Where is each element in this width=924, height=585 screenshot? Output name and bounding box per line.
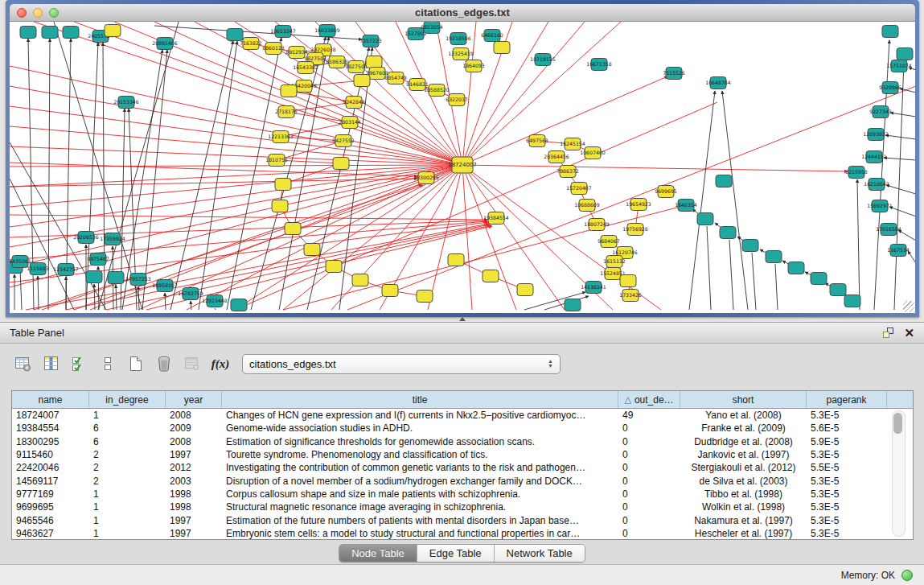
table-cell[interactable]: Structural magnetic resonance image aver… (222, 501, 618, 513)
graph-node[interactable] (227, 29, 243, 41)
table-cell[interactable]: 9463627 (12, 528, 89, 539)
table-row[interactable]: 946554611997Estimation of the future num… (12, 513, 913, 526)
graph-edge[interactable] (752, 253, 756, 310)
graph-node[interactable]: 9242848 (343, 97, 365, 109)
column-header-title[interactable]: title (222, 391, 618, 408)
network-canvas[interactable]: 2405572420891406106532471603380973572231… (10, 22, 915, 313)
graph-node[interactable]: 1733426 (619, 290, 642, 302)
select-functions-icon[interactable] (69, 353, 90, 374)
close-panel-icon[interactable]: ✕ (904, 327, 914, 339)
close-window-button[interactable] (17, 8, 27, 18)
table-cell[interactable]: 0 (618, 462, 680, 473)
table-cell[interactable]: 2 (89, 462, 166, 473)
graph-node[interactable]: 19654923 (626, 199, 651, 211)
table-cell[interactable]: 49 (618, 410, 680, 421)
table-cell[interactable]: 1998 (166, 501, 222, 513)
table-cell[interactable]: 22420046 (12, 462, 89, 473)
table-cell[interactable]: Jankovic et al. (1997) (680, 449, 807, 460)
graph-node[interactable] (517, 284, 533, 296)
graph-edge[interactable] (894, 62, 904, 310)
graph-node[interactable]: 18724007 (448, 157, 477, 173)
graph-node[interactable]: 10719135 (530, 54, 556, 66)
scrollbar-thumb[interactable] (893, 413, 902, 434)
table-cell[interactable]: 1998 (166, 488, 222, 500)
table-cell[interactable]: 6 (89, 436, 166, 447)
graph-node[interactable]: 9975487 (87, 253, 109, 266)
table-cell[interactable]: Changes of HCN gene expression and I(f) … (222, 410, 618, 421)
graph-edge[interactable] (884, 158, 915, 160)
table-row[interactable]: 1456911722003Disruption of a novel membe… (12, 474, 913, 487)
graph-node[interactable] (897, 48, 913, 60)
table-cell[interactable]: Embryonic stem cells: a model to study s… (222, 528, 618, 539)
graph-node[interactable] (352, 274, 368, 286)
graph-edge[interactable] (20, 269, 22, 310)
table-cell[interactable]: Dudbridge et al. (2008) (680, 436, 807, 447)
graph-node[interactable]: 1810755 (265, 154, 288, 167)
graph-node[interactable]: 15692971 (867, 200, 893, 212)
table-cell[interactable]: de Silva et al. (2003) (680, 476, 807, 487)
table-cell[interactable]: 19384554 (12, 422, 89, 434)
column-header-year[interactable]: year (166, 391, 222, 408)
table-cell[interactable]: 5.6E-5 (807, 422, 887, 434)
table-cell[interactable]: Tourette syndrome. Phenomenology and cla… (222, 449, 618, 460)
graph-node[interactable] (494, 42, 510, 54)
graph-edge[interactable] (857, 179, 860, 310)
graph-edge[interactable] (707, 226, 711, 310)
table-cell[interactable]: Investigating the contribution of common… (222, 462, 618, 473)
table-cell[interactable]: Nakamura et al. (1997) (680, 515, 807, 526)
graph-node[interactable]: 16210643 (864, 179, 889, 191)
window-titlebar[interactable]: citations_edges.txt (10, 4, 915, 22)
graph-node[interactable] (42, 27, 58, 39)
graph-node[interactable]: 7986372 (556, 166, 579, 178)
graph-node[interactable]: 9329966 (879, 82, 901, 94)
graph-node[interactable] (483, 270, 499, 282)
graph-node[interactable]: 10688609 (574, 200, 600, 212)
graph-node[interactable]: 16648784 (705, 77, 731, 89)
table-cell[interactable]: 5.5E-5 (807, 462, 887, 473)
table-cell[interactable]: 0 (618, 422, 680, 434)
table-row[interactable]: 1938455462009Genome-wide association stu… (12, 422, 913, 435)
graph-node[interactable]: 7515526 (663, 68, 685, 80)
table-cell[interactable]: 2 (89, 449, 166, 460)
table-cell[interactable]: 5.3E-5 (807, 488, 887, 500)
table-cell[interactable]: 0 (618, 488, 680, 500)
table-cell[interactable]: Disruption of a novel member of a sodium… (222, 476, 618, 487)
table-cell[interactable]: 1 (89, 515, 166, 526)
graph-edge[interactable] (10, 146, 462, 165)
table-cell[interactable]: 2003 (166, 476, 222, 487)
graph-node[interactable]: 12213363 (268, 131, 294, 143)
table-select-dropdown[interactable]: citations_edges.txt ▲▼ (242, 354, 561, 374)
table-scrollbar[interactable] (892, 410, 906, 537)
table-cell[interactable]: Estimation of significance thresholds fo… (222, 436, 618, 447)
table-cell[interactable]: Franke et al. (2009) (680, 422, 807, 434)
graph-edge[interactable] (10, 106, 462, 165)
table-cell[interactable]: Estimation of the future numbers of pati… (222, 515, 618, 526)
graph-edge[interactable] (722, 91, 748, 310)
graph-edge[interactable] (10, 126, 462, 165)
graph-node[interactable]: 1167534 (887, 245, 910, 257)
table-cell[interactable]: 0 (618, 501, 680, 513)
graph-node[interactable] (86, 271, 102, 283)
graph-node[interactable]: 16671358 (586, 59, 612, 71)
graph-node[interactable]: 1864093 (462, 60, 485, 72)
graph-node[interactable]: 6497568 (526, 135, 548, 147)
table-cell[interactable]: 0 (618, 515, 680, 526)
table-cell[interactable]: 1 (89, 501, 166, 513)
graph-node[interactable]: 12342757 (53, 264, 79, 276)
table-cell[interactable]: 0 (618, 476, 680, 487)
float-panel-icon[interactable] (882, 327, 894, 339)
graph-node[interactable]: 20153346 (113, 97, 139, 109)
graph-node[interactable] (382, 285, 398, 297)
graph-edge[interactable] (215, 308, 216, 310)
graph-node[interactable]: 19218506 (446, 33, 471, 45)
graph-node[interactable] (354, 75, 370, 87)
graph-edge[interactable] (199, 41, 237, 310)
table-cell[interactable]: Genome-wide association studies in ADHD. (222, 422, 618, 434)
graph-edge[interactable] (10, 142, 106, 310)
graph-node[interactable] (108, 272, 124, 284)
graph-edge[interactable] (462, 165, 565, 310)
graph-node[interactable] (882, 26, 898, 38)
table-row[interactable]: 946362711997Embryonic stem cells: a mode… (12, 527, 913, 540)
table-cell[interactable]: Tibbo et al. (1998) (680, 488, 807, 500)
table-cell[interactable]: Stergiakouli et al. (2012) (680, 462, 807, 473)
